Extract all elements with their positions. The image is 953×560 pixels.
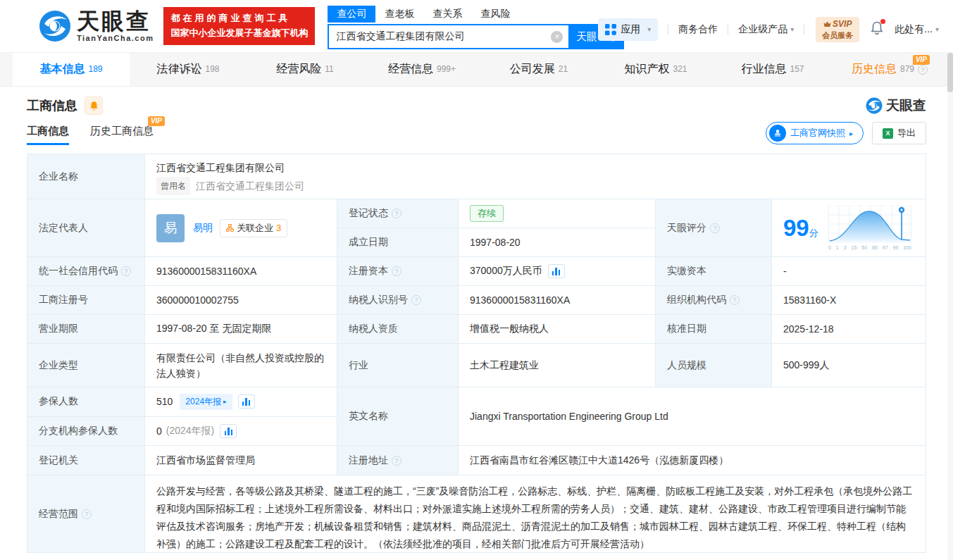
tab-basic-info[interactable]: 基本信息189 (13, 53, 130, 86)
search-box: × (328, 24, 570, 49)
tab-history-info[interactable]: VIP 历史信息879 ? (831, 53, 948, 86)
credit-code-value: 9136000015831160XA (145, 257, 337, 285)
search-input[interactable] (329, 31, 568, 42)
logo-title: 天眼查 (77, 10, 154, 32)
branch-insured-trend-chart-icon[interactable] (220, 424, 237, 438)
export-button[interactable]: X 导出 (872, 122, 926, 144)
staff-size-value: 500-999人 (772, 344, 926, 387)
related-companies-badge[interactable]: 关联企业 3 (220, 219, 287, 237)
former-name-value: 江西省交通工程集团公司 (196, 178, 304, 194)
clear-icon[interactable]: × (551, 31, 563, 43)
reg-authority-label: 登记机关 (27, 446, 145, 475)
legal-rep-label: 法定代表人 (27, 199, 145, 256)
score-label: 天眼评分 ? (656, 199, 772, 256)
approval-date-value: 2025-12-18 (772, 315, 926, 343)
paid-capital-label: 实缴资本 (656, 257, 772, 285)
logo-subtitle: TianYanCha.com (77, 34, 154, 42)
reg-status-label: 登记状态 ? (337, 199, 459, 228)
notification-bell-icon[interactable] (871, 21, 883, 37)
company-name-value: 江西省交通工程集团有限公司 (156, 160, 914, 175)
subtab-business-info[interactable]: 工商信息 (27, 125, 69, 145)
search-area: 查公司 查老板 查关系 查风险 × 天眼一下 (328, 6, 624, 49)
user-label: 此处有... (895, 23, 933, 36)
former-name-tag: 曾用名 (156, 177, 190, 195)
company-type-label: 企业类型 (27, 344, 145, 387)
slogan-line-1: 都在用的商业查询工具 (170, 11, 308, 26)
table-row: 企业名称 江西省交通工程集团有限公司 曾用名 江西省交通工程集团公司 (27, 154, 926, 199)
tianyancha-logo-icon (39, 10, 71, 42)
help-icon[interactable]: ? (82, 509, 92, 519)
help-icon[interactable]: ? (392, 266, 401, 276)
vip-badge: VIP (148, 116, 165, 126)
annual-report-badge[interactable]: 2024年报 ▸ (180, 394, 232, 410)
header-right: 应用 ▾ 商务合作 企业级产品 ▾ SVIP 会员服务 此处有... (598, 17, 939, 42)
credit-code-label: 统一社会信用代码 ? (27, 257, 145, 285)
scrollbar-thumb[interactable] (947, 53, 953, 92)
help-icon[interactable]: ? (392, 456, 401, 466)
search-tab-relation[interactable]: 查关系 (423, 6, 471, 23)
taxpayer-quality-value: 增值税一般纳税人 (459, 315, 656, 343)
reg-address-label: 注册地址 ? (337, 446, 459, 475)
user-menu[interactable]: 此处有... ▾ (895, 23, 939, 36)
insured-trend-chart-icon[interactable] (238, 394, 255, 409)
company-name-label: 企业名称 (27, 154, 145, 199)
branch-insured-label: 分支机构参保人数 (27, 417, 145, 446)
approval-date-label: 核准日期 (656, 315, 772, 343)
reg-authority-value: 江西省市场监督管理局 (145, 446, 337, 475)
company-name-cell: 江西省交通工程集团有限公司 曾用名 江西省交通工程集团公司 (145, 154, 926, 199)
establish-date-value: 1997-08-20 (459, 228, 656, 256)
apps-grid-icon (605, 24, 616, 35)
tianyancha-logo[interactable]: 天眼查 TianYanCha.com (39, 10, 154, 42)
paid-capital-value: - (772, 257, 926, 285)
scrollbar[interactable] (947, 53, 953, 560)
official-snapshot-button[interactable]: 工商官网快照 ▸ (766, 122, 864, 144)
tab-intellectual-property[interactable]: 知识产权321 (597, 53, 714, 86)
taxpayer-quality-label: 纳税人资质 (337, 315, 459, 343)
tianyancha-watermark-icon (866, 97, 883, 114)
divider (668, 25, 668, 35)
arrow-right-icon: ▸ (223, 398, 227, 405)
reg-number-label: 工商注册号 (27, 286, 145, 314)
business-term-label: 营业期限 (27, 315, 145, 343)
help-icon[interactable]: ? (411, 295, 421, 305)
help-icon[interactable]: ? (710, 223, 720, 233)
search-tab-boss[interactable]: 查老板 (375, 6, 423, 23)
help-icon[interactable]: ? (918, 65, 928, 75)
tab-company-development[interactable]: 公司发展21 (480, 53, 597, 86)
crown-icon (823, 21, 831, 27)
company-nav-tabs: 基本信息189 法律诉讼198 经营风险11 经营信息999+ 公司发展21 知… (0, 53, 953, 87)
svip-member-button[interactable]: SVIP 会员服务 (816, 17, 859, 42)
reg-status-cell: 存续 (459, 199, 656, 228)
tab-operation-info[interactable]: 经营信息999+ (363, 53, 480, 86)
legal-rep-name-link[interactable]: 易明 (193, 222, 213, 235)
search-tab-risk[interactable]: 查风险 (471, 6, 519, 23)
table-row: 营业期限 1997-08-20 至 无固定期限 纳税人资质 增值税一般纳税人 核… (27, 315, 926, 344)
excel-icon: X (883, 128, 893, 139)
table-row: 参保人数 510 2024年报 ▸ 分支机构参保人数 0 (2024年报 (27, 387, 926, 446)
score-value: 99分 (783, 216, 818, 239)
help-icon[interactable]: ? (121, 266, 131, 276)
help-icon[interactable]: ? (392, 209, 401, 218)
enterprise-product-link[interactable]: 企业级产品 (738, 23, 787, 36)
divider (728, 25, 728, 35)
apps-button[interactable]: 应用 ▾ (598, 18, 658, 41)
search-tab-company[interactable]: 查公司 (328, 6, 375, 23)
cooperation-link[interactable]: 商务合作 (678, 23, 718, 36)
table-row: 登记机关 江西省市场监督管理局 注册地址 ? 江西省南昌市红谷滩区赣江中大道14… (27, 446, 926, 475)
table-row: 工商注册号 360000010002755 纳税人识别号 ? 913600001… (27, 286, 926, 315)
section-title: 工商信息 (27, 97, 77, 114)
tab-operation-risk[interactable]: 经营风险11 (247, 53, 363, 86)
company-type-value: 有限责任公司（非自然人投资或控股的法人独资） (145, 344, 337, 387)
capital-trend-chart-icon[interactable] (548, 264, 565, 278)
top-header: 天眼查 TianYanCha.com 都在用的商业查询工具 国家中小企业发展子基… (0, 0, 953, 53)
tab-industry-info[interactable]: 行业信息157 (714, 53, 831, 86)
subtab-history-business-info[interactable]: 历史工商信息 VIP (90, 125, 154, 145)
legal-rep-avatar[interactable]: 易 (156, 214, 185, 242)
main-content: 工商信息 天眼查 工商信息 历史工商信息 VIP (0, 87, 953, 553)
org-code-label: 组织机构代码 ? (656, 286, 772, 314)
tab-legal-litigation[interactable]: 法律诉讼198 (130, 53, 247, 86)
watermark-text: 天眼查 (886, 97, 926, 115)
help-icon[interactable]: ? (730, 295, 740, 305)
monitor-bell-button[interactable] (85, 97, 103, 115)
org-code-value: 15831160-X (772, 286, 926, 314)
